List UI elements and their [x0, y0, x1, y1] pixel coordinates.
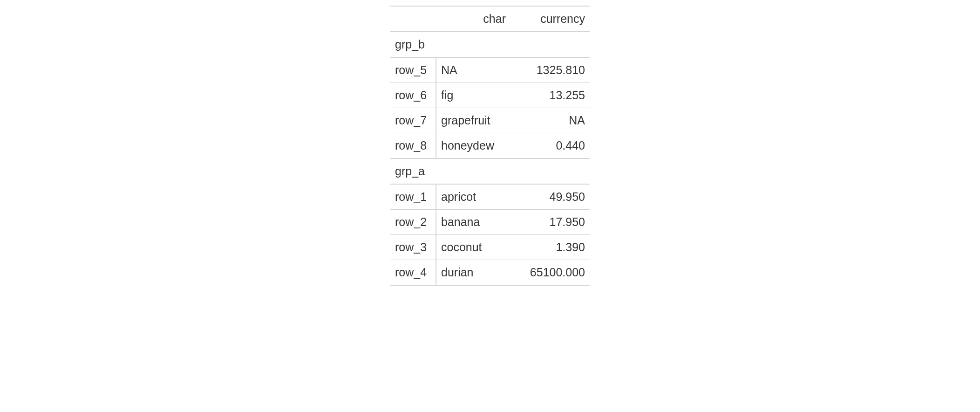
row-stub: row_4	[390, 260, 436, 286]
table-row: row_4 durian 65100.000	[390, 260, 590, 286]
cell-char: coconut	[436, 235, 510, 260]
cell-currency: 65100.000	[510, 260, 590, 286]
cell-currency: 49.950	[510, 184, 590, 210]
col-header-currency: currency	[510, 6, 590, 32]
row-stub: row_8	[390, 133, 436, 159]
data-table: char currency grp_b row_5 NA 1325.810 ro…	[390, 6, 590, 286]
row-stub: row_6	[390, 83, 436, 108]
row-stub: row_5	[390, 57, 436, 83]
cell-currency: 1325.810	[510, 57, 590, 83]
group-header: grp_a	[390, 158, 590, 184]
cell-char: grapefruit	[436, 108, 510, 133]
cell-currency: 13.255	[510, 83, 590, 108]
cell-currency: 17.950	[510, 210, 590, 235]
cell-char: durian	[436, 260, 510, 286]
cell-char: honeydew	[436, 133, 510, 159]
col-header-stub	[390, 6, 436, 32]
row-stub: row_3	[390, 235, 436, 260]
cell-currency: 1.390	[510, 235, 590, 260]
cell-currency: NA	[510, 108, 590, 133]
row-stub: row_2	[390, 210, 436, 235]
cell-char: apricot	[436, 184, 510, 210]
table-row: row_7 grapefruit NA	[390, 108, 590, 133]
row-stub: row_1	[390, 184, 436, 210]
table-row: row_2 banana 17.950	[390, 210, 590, 235]
table-row: row_5 NA 1325.810	[390, 57, 590, 83]
group-label: grp_b	[390, 32, 590, 57]
row-stub: row_7	[390, 108, 436, 133]
group-header: grp_b	[390, 32, 590, 57]
cell-currency: 0.440	[510, 133, 590, 159]
table-row: row_6 fig 13.255	[390, 83, 590, 108]
table-row: row_1 apricot 49.950	[390, 184, 590, 210]
cell-char: fig	[436, 83, 510, 108]
table-row: row_3 coconut 1.390	[390, 235, 590, 260]
data-table-container: char currency grp_b row_5 NA 1325.810 ro…	[390, 6, 590, 286]
cell-char: banana	[436, 210, 510, 235]
table-row: row_8 honeydew 0.440	[390, 133, 590, 159]
cell-char: NA	[436, 57, 510, 83]
col-header-char: char	[436, 6, 510, 32]
group-label: grp_a	[390, 158, 590, 184]
header-row: char currency	[390, 6, 590, 32]
